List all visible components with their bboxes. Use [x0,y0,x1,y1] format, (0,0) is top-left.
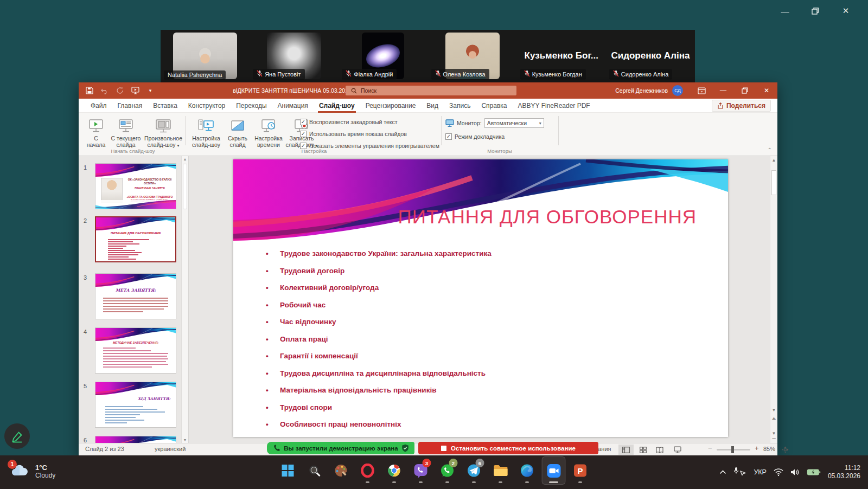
participant-tile[interactable]: Nataliia Pshenychna [161,30,250,82]
undo-icon[interactable] [100,86,109,95]
zoom-restore-icon[interactable] [808,4,822,17]
search-box[interactable]: Поиск [346,86,516,95]
zoom-slider[interactable] [717,449,750,451]
tab-abbyy-finereader-pdf[interactable]: ABBYY FineReader PDF [513,99,596,113]
from-beginning-button[interactable]: С начала [85,117,107,148]
tab-файл[interactable]: Файл [85,99,112,113]
zoom-out-button[interactable]: − [708,444,712,452]
save-icon[interactable] [85,86,94,95]
scroll-down-icon[interactable]: ▼ [182,438,188,442]
tab-вид[interactable]: Вид [421,99,444,113]
tab-вставка[interactable]: Вставка [148,99,183,113]
clock[interactable]: 11:12 05.03.2026 [828,464,860,480]
thumbnail-preview[interactable]: ОК «ЗАКОНОДАВСТВО В ГАЛУЗІ ОСВІТИ»ПРАКТИ… [95,163,176,209]
from-current-slide-button[interactable]: С текущего слайда [109,117,143,148]
whatsapp-taskbar-icon[interactable]: 2 [436,456,459,485]
hide-slide-button[interactable]: Скрыть слайд [224,117,251,148]
tab-конструктор[interactable]: Конструктор [183,99,231,113]
presenter-view-checkbox[interactable]: ✓ Режим докладчика [445,132,554,141]
tray-chevron-icon[interactable] [719,470,726,474]
slide-thumbnail-5[interactable]: 5ХІД ЗАНЯТТЯ: [79,382,188,433]
opera-taskbar-icon[interactable] [356,456,380,485]
slide-title[interactable]: ПИТАННЯ ДЛЯ ОБГОВОРЕННЯ [398,206,697,228]
slide-thumbnail-4[interactable]: 4МЕТОДИЧНЕ ЗАБЕЗПЕЧЕННЯ: [79,327,188,379]
slide-thumbnail-1[interactable]: 1ОК «ЗАКОНОДАВСТВО В ГАЛУЗІ ОСВІТИ»ПРАКТ… [79,163,188,215]
fit-slide-to-window-button[interactable] [777,445,793,455]
weather-widget[interactable]: 1 1°C Cloudy [9,460,55,482]
participant-tile[interactable]: Яна Пустовіт [250,30,339,82]
search-taskbar-icon[interactable] [303,456,327,485]
normal-view-button[interactable] [618,445,634,455]
slide-bullet-list[interactable]: Трудове законодавство України: загальна … [266,249,492,437]
wifi-icon[interactable] [774,468,783,476]
slide-thumbnail-2[interactable]: 2ПИТАННЯ ДЛЯ ОБГОВОРЕННЯ [79,216,188,268]
slideshow-view-button[interactable] [670,445,685,455]
participant-tile[interactable]: Фіалка Андрій [339,30,427,82]
option-checkbox[interactable]: ✓Воспроизвести закадровый текст [300,117,439,127]
option-checkbox[interactable]: ✓Использовать время показа слайдов [300,129,439,139]
tab-запись[interactable]: Запись [444,99,476,113]
scrollbar-thumb[interactable] [771,170,776,195]
tab-слайд-шоу[interactable]: Слайд-шоу [314,99,360,113]
qat-customize-icon[interactable]: ▾ [146,86,155,95]
zoom-percentage[interactable]: 85% [763,446,775,452]
thumbnail-preview[interactable]: ХІД ЗАНЯТТЯ: [95,382,176,428]
replay-icon[interactable] [116,86,124,95]
participant-tile[interactable]: Сидоренко АлінаСидоренко Аліна [606,30,695,82]
paint-taskbar-icon[interactable] [329,456,353,485]
mic-location-icons[interactable] [733,467,746,478]
thumbnail-preview[interactable]: ОСНОВНІ ПОНЯТТЯ З ТЕМИ: [95,436,176,443]
thumbnail-preview[interactable]: МЕТОДИЧНЕ ЗАБЕЗПЕЧЕННЯ: [95,327,176,374]
slide-thumbnail-6[interactable]: 6ОСНОВНІ ПОНЯТТЯ З ТЕМИ: [79,436,188,443]
scroll-up-icon[interactable]: ▲ [182,157,188,161]
reading-view-button[interactable] [652,445,667,455]
tab-переходы[interactable]: Переходы [231,99,272,113]
stop-share-button[interactable]: Остановить совместное использование [418,442,598,454]
slide-thumbnail-3[interactable]: 3МЕТА ЗАНЯТТЯ: [79,273,188,325]
language-indicator[interactable]: украинский [155,446,186,452]
viber-taskbar-icon[interactable]: 3 [409,456,433,485]
zoom-minimize-icon[interactable]: — [778,4,792,17]
zoom-taskbar-icon[interactable] [542,456,566,485]
annotation-pencil-button[interactable] [4,423,30,449]
zoom-in-button[interactable]: + [755,444,759,452]
slide-number-indicator[interactable]: Слайд 2 из 23 [85,446,124,452]
thumbnail-preview[interactable]: ПИТАННЯ ДЛЯ ОБГОВОРЕННЯ [95,216,176,262]
participant-tile[interactable]: Олена Козлова [428,30,517,82]
custom-show-button[interactable]: Произвольное слайд-шоу ▾ [145,117,182,148]
monitor-dropdown[interactable]: Автоматически ▾ [484,118,544,128]
volume-icon[interactable] [790,468,800,476]
ribbon-display-options-icon[interactable] [691,82,712,99]
zoom-close-icon[interactable]: ✕ [839,4,853,17]
zoom-slider-knob[interactable] [731,446,734,453]
tab-главная[interactable]: Главная [112,99,148,113]
battery-charging-icon[interactable] [807,468,821,476]
share-button[interactable]: Поделиться [712,100,771,112]
ppt-restore-icon[interactable] [734,82,756,99]
rehearse-timings-button[interactable]: Настройка времени [253,117,284,148]
scrollbar-thumb[interactable] [183,164,187,209]
ppt-minimize-icon[interactable]: — [712,82,734,99]
thumbnail-scrollbar[interactable]: ▲ ▼ [181,156,188,443]
chrome-taskbar-icon[interactable] [382,456,406,485]
scroll-down-icon[interactable]: ▼ [770,408,777,413]
previous-slide-button[interactable]: ▲▔ [770,417,777,423]
explorer-taskbar-icon[interactable] [489,456,513,485]
user-name[interactable]: Сергей Денежников [615,87,668,94]
edge-taskbar-icon[interactable] [515,456,539,485]
language-indicator[interactable]: УКР [754,468,767,476]
slide-scrollbar[interactable]: ▲ ▼ ▲▔ ▼▁ [770,156,777,443]
collapse-ribbon-icon[interactable]: ⌃ [768,147,772,153]
slide-sorter-view-button[interactable] [635,445,650,455]
tab-анимация[interactable]: Анимация [272,99,314,113]
telegram-taskbar-icon[interactable]: 6 [462,456,486,485]
next-slide-button[interactable]: ▼▁ [770,432,777,439]
powerpoint-taskbar-icon[interactable]: P [569,456,592,485]
current-slide[interactable]: ПИТАННЯ ДЛЯ ОБГОВОРЕННЯ Трудове законода… [233,159,728,437]
start-taskbar-icon[interactable] [276,456,300,485]
scroll-up-icon[interactable]: ▲ [770,158,777,163]
ppt-close-icon[interactable]: ✕ [756,82,777,99]
user-avatar[interactable]: СД [672,85,683,96]
tab-рецензирование[interactable]: Рецензирование [360,99,422,113]
tab-справка[interactable]: Справка [476,99,512,113]
